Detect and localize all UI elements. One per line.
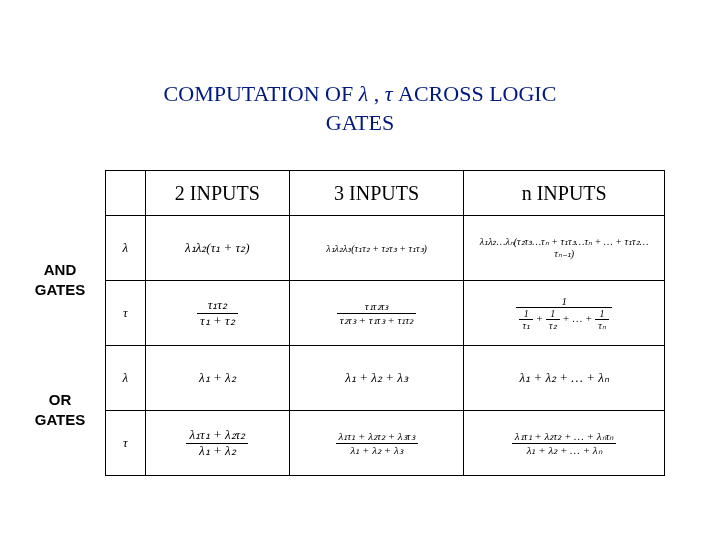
header-blank: [106, 171, 146, 216]
title-tau: τ: [385, 81, 393, 106]
row-label-and-1: AND: [44, 261, 77, 278]
plus: +: [533, 312, 546, 324]
frac-num: λ₁τ₁ + λ₂τ₂ + … + λₙτₙ: [512, 430, 617, 443]
row-or-lambda: λ λ₁ + λ₂ λ₁ + λ₂ + λ₃ λ₁ + λ₂ + … + λₙ: [106, 346, 665, 411]
row-label-or-2: GATES: [35, 411, 86, 428]
symbol-tau: τ: [106, 281, 146, 346]
row-and-tau: τ τ₁τ₂τ₁ + τ₂ τ₁τ₂τ₃τ₂τ₃ + τ₁τ₃ + τ₁τ₂ 1…: [106, 281, 665, 346]
frac-den: 1τ₁ + 1τ₂ + … + 1τₙ: [516, 308, 611, 331]
frac-den: λ₁ + λ₂ + … + λₙ: [512, 444, 617, 456]
expr: λ₁λ₂λ₃(τ₁τ₂ + τ₂τ₃ + τ₁τ₃): [326, 243, 427, 254]
cell-or-tau-n: λ₁τ₁ + λ₂τ₂ + … + λₙτₙλ₁ + λ₂ + … + λₙ: [464, 411, 665, 476]
expr: λ₁ + λ₂ + λ₃: [345, 370, 407, 385]
title-mid: ACROSS LOGIC: [393, 81, 557, 106]
cell-and-tau-2: τ₁τ₂τ₁ + τ₂: [145, 281, 289, 346]
frac-den: λ₁ + λ₂ + λ₃: [336, 444, 418, 456]
symbol-lambda: λ: [106, 216, 146, 281]
cell-or-tau-2: λ₁τ₁ + λ₂τ₂λ₁ + λ₂: [145, 411, 289, 476]
symbol-tau: τ: [106, 411, 146, 476]
n: 1: [519, 308, 533, 320]
n: 1: [546, 308, 560, 320]
header-n-inputs: n INPUTS: [464, 171, 665, 216]
expr: λ₁λ₂(τ₁ + τ₂): [185, 240, 250, 255]
cell-or-tau-3: λ₁τ₁ + λ₂τ₂ + λ₃τ₃λ₁ + λ₂ + λ₃: [289, 411, 463, 476]
row-label-or: OR GATES: [25, 390, 95, 429]
frac-num: τ₁τ₂τ₃: [337, 300, 416, 313]
logic-gate-table: 2 INPUTS 3 INPUTS n INPUTS λ λ₁λ₂(τ₁ + τ…: [105, 170, 665, 476]
expr: λ₁ + λ₂ + … + λₙ: [520, 370, 609, 385]
d: τ₂: [546, 320, 560, 331]
frac-num: λ₁τ₁ + λ₂τ₂: [186, 428, 248, 443]
d: τ₁: [519, 320, 533, 331]
title-lambda: λ: [359, 81, 369, 106]
title-prefix: COMPUTATION OF: [164, 81, 359, 106]
frac-den: τ₂τ₃ + τ₁τ₃ + τ₁τ₂: [337, 314, 416, 326]
row-or-tau: τ λ₁τ₁ + λ₂τ₂λ₁ + λ₂ λ₁τ₁ + λ₂τ₂ + λ₃τ₃λ…: [106, 411, 665, 476]
d: τₙ: [595, 320, 609, 331]
cell-and-lambda-n: λ₁λ₂…λₙ(τ₂τ₃…τₙ + τ₁τ₃…τₙ + … + τ₁τ₂…τₙ₋…: [464, 216, 665, 281]
header-3-inputs: 3 INPUTS: [289, 171, 463, 216]
expr: λ₁ + λ₂: [199, 370, 236, 385]
frac-den: λ₁ + λ₂: [186, 444, 248, 458]
cell-and-lambda-2: λ₁λ₂(τ₁ + τ₂): [145, 216, 289, 281]
frac-num: 1: [516, 295, 611, 308]
row-label-and-2: GATES: [35, 281, 86, 298]
cell-or-lambda-3: λ₁ + λ₂ + λ₃: [289, 346, 463, 411]
cell-and-tau-n: 1 1τ₁ + 1τ₂ + … + 1τₙ: [464, 281, 665, 346]
page-title: COMPUTATION OF λ , τ ACROSS LOGIC GATES: [0, 80, 720, 137]
cell-and-tau-3: τ₁τ₂τ₃τ₂τ₃ + τ₁τ₃ + τ₁τ₂: [289, 281, 463, 346]
cell-and-lambda-3: λ₁λ₂λ₃(τ₁τ₂ + τ₂τ₃ + τ₁τ₃): [289, 216, 463, 281]
header-2-inputs: 2 INPUTS: [145, 171, 289, 216]
title-line2: GATES: [326, 110, 394, 135]
expr: λ₁λ₂…λₙ(τ₂τ₃…τₙ + τ₁τ₃…τₙ + … + τ₁τ₂…τₙ₋…: [470, 236, 658, 260]
row-and-lambda: λ λ₁λ₂(τ₁ + τ₂) λ₁λ₂λ₃(τ₁τ₂ + τ₂τ₃ + τ₁τ…: [106, 216, 665, 281]
frac-num: τ₁τ₂: [197, 298, 238, 313]
symbol-lambda: λ: [106, 346, 146, 411]
ldots: + … +: [560, 312, 596, 324]
row-label-and: AND GATES: [25, 260, 95, 299]
frac-den: τ₁ + τ₂: [197, 314, 238, 328]
table-header-row: 2 INPUTS 3 INPUTS n INPUTS: [106, 171, 665, 216]
title-comma: ,: [368, 81, 385, 106]
frac-num: λ₁τ₁ + λ₂τ₂ + λ₃τ₃: [336, 430, 418, 443]
cell-or-lambda-2: λ₁ + λ₂: [145, 346, 289, 411]
row-label-or-1: OR: [49, 391, 72, 408]
n: 1: [595, 308, 609, 320]
cell-or-lambda-n: λ₁ + λ₂ + … + λₙ: [464, 346, 665, 411]
